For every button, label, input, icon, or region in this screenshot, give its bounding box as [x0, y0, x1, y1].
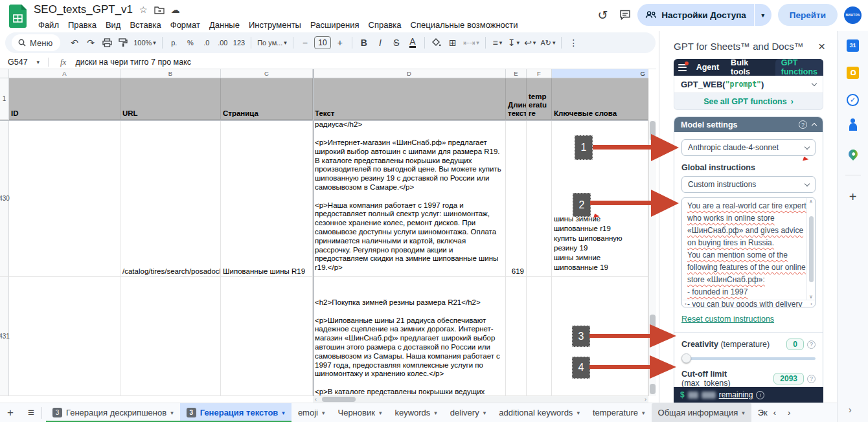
column-header-f[interactable]: F	[527, 69, 552, 78]
cell-d1-text[interactable]: Текст	[313, 78, 506, 120]
strikethrough-button[interactable]: S	[389, 35, 404, 50]
sheet-tab-emoji[interactable]: emoji▾	[291, 403, 332, 422]
panel-menu-icon[interactable]	[674, 64, 691, 71]
comment-icon[interactable]	[619, 10, 631, 20]
menu-insert[interactable]: Вставка	[125, 19, 165, 31]
custom-instructions-textarea[interactable]: You are a real-world car tire expert who…	[681, 197, 816, 307]
tabs-scroll-left-icon[interactable]: ‹	[768, 408, 782, 417]
creativity-slider-thumb[interactable]	[681, 353, 691, 363]
scroll-right-icon[interactable]: ›	[810, 301, 812, 307]
cell-e430-length[interactable]: 619	[506, 120, 527, 277]
select-all-corner[interactable]	[0, 69, 9, 78]
info-icon[interactable]: i	[756, 391, 764, 399]
cell-f1-temperature[interactable]: temperature	[527, 78, 552, 120]
scroll-right-icon[interactable]: ›	[643, 396, 648, 403]
paint-format-icon[interactable]	[116, 35, 130, 50]
add-sheet-icon[interactable]: +	[0, 406, 21, 419]
print-icon[interactable]	[100, 35, 114, 50]
textarea-vertical-scrollbar[interactable]: ∧ ∨	[806, 198, 815, 300]
cell-c1-page[interactable]: Страница	[221, 78, 313, 120]
scroll-up-icon[interactable]: ∧	[809, 199, 813, 205]
keep-icon[interactable]	[847, 66, 860, 79]
share-button[interactable]: Настройки Доступа ▾	[637, 4, 771, 26]
cell-c430-page[interactable]: Шипованные шины R19	[221, 120, 313, 277]
scroll-down-icon[interactable]: ∨	[809, 294, 813, 300]
menu-help[interactable]: Справка	[364, 19, 406, 31]
currency-format-button[interactable]: р.	[167, 35, 181, 50]
sheet-tab-generation-texts[interactable]: 3 Генерация текстов▾	[180, 403, 291, 422]
cloud-status-icon[interactable]: ☁	[171, 5, 180, 15]
vertical-scrollbar-segment[interactable]	[650, 384, 656, 394]
cell-g430-keywords[interactable]: шины зимние шипованные r19 купить шипова…	[552, 120, 648, 277]
cell-a431[interactable]	[9, 277, 120, 396]
all-sheets-icon[interactable]: ≡	[21, 406, 41, 419]
cell-f430[interactable]	[527, 120, 552, 277]
column-header-g[interactable]: G	[552, 69, 648, 78]
help-icon[interactable]: ?	[807, 375, 816, 383]
tab-bulk-tools[interactable]: Bulk tools	[725, 59, 775, 76]
column-header-c[interactable]: C	[221, 69, 313, 78]
column-header-e[interactable]: E	[506, 69, 527, 78]
tasks-icon[interactable]: ✓	[847, 93, 860, 106]
sheet-tab-draft[interactable]: Черновик▾	[331, 403, 388, 422]
cell-d431-text[interactable]: <h2>Покупка зимней резины размера R21</h…	[313, 277, 506, 396]
go-button[interactable]: Перейти	[778, 4, 838, 26]
text-rotate-icon[interactable]: A↻▾	[539, 35, 556, 50]
scroll-left-icon[interactable]: ‹	[685, 301, 687, 307]
move-folder-icon[interactable]	[154, 6, 165, 14]
menu-data[interactable]: Данные	[205, 19, 244, 31]
tabs-scroll-right-icon[interactable]: ›	[782, 408, 796, 417]
contacts-icon[interactable]	[847, 120, 860, 133]
decrease-font-size-button[interactable]: −	[298, 35, 312, 50]
cell-a1-id[interactable]: ID	[9, 78, 120, 120]
sheet-tab-keywords[interactable]: keywords▾	[388, 403, 443, 422]
font-select[interactable]: По ум...▾	[256, 35, 288, 50]
creativity-slider[interactable]	[681, 353, 816, 363]
menu-tools[interactable]: Инструменты	[244, 19, 306, 31]
horizontal-scrollbar[interactable]: ‹ ›	[313, 396, 648, 403]
sheet-tab-general-info[interactable]: Общая информация▾	[652, 403, 751, 422]
increase-font-size-button[interactable]: +	[333, 35, 347, 50]
see-all-gpt-functions-link[interactable]: See all GPT functions›	[674, 93, 823, 110]
cell-d430-text[interactable]: <h2>Купить зимние шипованные шины 19 рад…	[313, 120, 506, 277]
more-options-icon[interactable]: ⋮	[566, 35, 580, 50]
column-header-a[interactable]: A	[9, 69, 120, 78]
avatar[interactable]: ВИНТРА	[844, 6, 862, 24]
instructions-mode-select[interactable]: Custom instructions	[681, 176, 816, 193]
merge-cells-icon[interactable]: ⇤⇥▾	[462, 35, 481, 50]
horizontal-align-icon[interactable]: ≡▾	[490, 35, 505, 50]
textarea-scrollbar-thumb[interactable]	[809, 216, 814, 282]
borders-icon[interactable]: ⊞	[446, 35, 460, 50]
creativity-value-input[interactable]: 0	[786, 339, 804, 350]
name-box-caret[interactable]: ▾	[37, 59, 40, 65]
sheet-tab-truncated[interactable]: Эк	[751, 403, 768, 422]
decrease-decimal-button[interactable]: .0	[200, 35, 214, 50]
star-icon[interactable]: ☆	[139, 5, 148, 15]
menu-extensions[interactable]: Расширения	[306, 19, 364, 31]
cell-b430-url[interactable]: /catalog/tires/search/posadochny	[120, 120, 221, 277]
calendar-icon[interactable]: 31	[847, 39, 860, 52]
menu-accessibility[interactable]: Специальные возможности	[406, 19, 523, 31]
sheets-logo-icon[interactable]	[9, 5, 27, 28]
cell-c431[interactable]	[221, 277, 313, 396]
cell-f431[interactable]	[527, 277, 552, 396]
cutoff-value-input[interactable]: 2093	[773, 373, 804, 384]
reset-custom-instructions-link[interactable]: Reset custom instructions	[681, 315, 774, 324]
menu-file[interactable]: Файл	[34, 19, 63, 31]
menu-edit[interactable]: Правка	[63, 19, 101, 31]
column-header-b[interactable]: B	[120, 69, 221, 78]
sheet-tab-generation-descriptions[interactable]: 3 Генерация дескрипшенов▾	[46, 403, 180, 422]
gpt-function-select[interactable]: GPT_WEB("prompt")	[674, 76, 823, 93]
tab-agent[interactable]: Agent	[691, 59, 725, 76]
hide-side-panel-icon[interactable]: ›	[849, 405, 852, 415]
zoom-control[interactable]: 100%▾	[132, 35, 157, 50]
increase-decimal-button[interactable]: .00	[216, 35, 230, 50]
cell-e431[interactable]	[506, 277, 527, 396]
model-settings-header[interactable]: Model settings ?	[674, 117, 823, 132]
fill-color-icon[interactable]	[429, 35, 444, 50]
cell-g1-keywords[interactable]: Ключевые слова	[552, 78, 648, 120]
formula-input[interactable]: диски на чери тигго 7 про макс	[75, 58, 191, 67]
text-wrap-icon[interactable]: ↩▾	[523, 35, 537, 50]
scroll-left-icon[interactable]: ‹	[313, 396, 319, 403]
sheet-tab-temperature[interactable]: temperature▾	[586, 403, 652, 422]
